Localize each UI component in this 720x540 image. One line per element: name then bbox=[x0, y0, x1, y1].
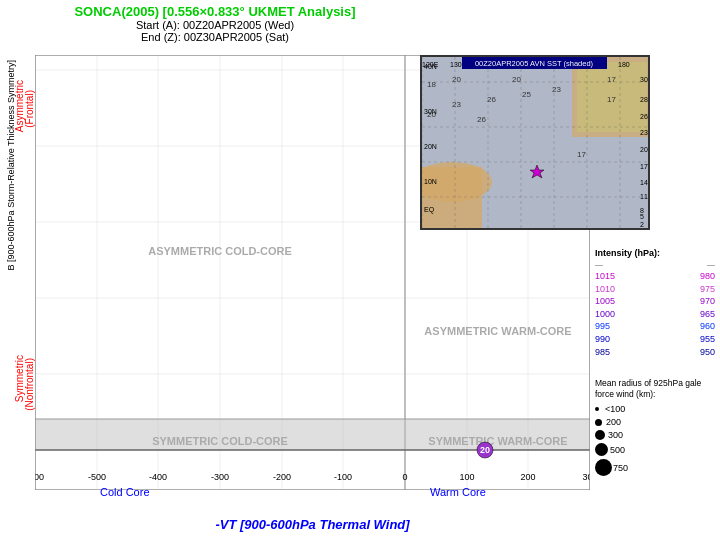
wind-label-500: 500 bbox=[610, 445, 625, 455]
svg-text:SYMMETRIC WARM-CORE: SYMMETRIC WARM-CORE bbox=[428, 435, 567, 447]
frontal-label: (Frontal) bbox=[24, 90, 35, 128]
wind-legend-title: Mean radius of 925hPa gale force wind (k… bbox=[595, 378, 715, 400]
svg-text:100: 100 bbox=[459, 472, 474, 482]
svg-text:23: 23 bbox=[640, 129, 648, 136]
svg-text:25: 25 bbox=[522, 90, 531, 99]
svg-text:200: 200 bbox=[520, 472, 535, 482]
svg-text:20N: 20N bbox=[424, 143, 437, 150]
wind-radius-legend: Mean radius of 925hPa gale force wind (k… bbox=[595, 378, 715, 476]
svg-text:17: 17 bbox=[577, 150, 586, 159]
svg-text:10N: 10N bbox=[424, 178, 437, 185]
main-title: SONCA(2005) [0.556×0.833° UKMET Analysis… bbox=[0, 4, 430, 19]
legend-row-7: 985950 bbox=[595, 346, 715, 359]
svg-text:120E: 120E bbox=[422, 61, 439, 68]
wind-row-200: 200 bbox=[595, 417, 715, 427]
legend-row-3: 1005970 bbox=[595, 295, 715, 308]
map-inset: 20 23 26 26 25 23 20 20 18 17 17 17 bbox=[420, 55, 650, 230]
svg-text:ASYMMETRIC WARM-CORE: ASYMMETRIC WARM-CORE bbox=[424, 325, 571, 337]
svg-text:-300: -300 bbox=[211, 472, 229, 482]
svg-text:-600: -600 bbox=[35, 472, 44, 482]
intensity-legend-title: Intensity (hPa): bbox=[595, 248, 715, 258]
svg-text:2: 2 bbox=[640, 221, 644, 228]
svg-text:26: 26 bbox=[640, 113, 648, 120]
svg-text:0: 0 bbox=[402, 472, 407, 482]
wind-row-500: 500 bbox=[595, 443, 715, 456]
wind-label-200: 200 bbox=[606, 417, 621, 427]
wind-row-lt100: <100 bbox=[595, 404, 715, 414]
svg-text:-500: -500 bbox=[88, 472, 106, 482]
svg-text:00Z20APR2005 AVN SST (shaded): 00Z20APR2005 AVN SST (shaded) bbox=[475, 59, 594, 68]
wind-dot-750 bbox=[595, 459, 612, 476]
wind-label-lt100: <100 bbox=[605, 404, 625, 414]
wind-row-750: 750 bbox=[595, 459, 715, 476]
legend-row-2: 1010975 bbox=[595, 283, 715, 296]
legend-row-1: 1015980 bbox=[595, 270, 715, 283]
wind-dot-300 bbox=[595, 430, 605, 440]
svg-text:30: 30 bbox=[640, 76, 648, 83]
x-axis-main-label: -VT [900-600hPa Thermal Wind] bbox=[35, 517, 590, 532]
svg-text:23: 23 bbox=[552, 85, 561, 94]
cold-core-label: Cold Core bbox=[100, 486, 150, 498]
svg-text:23: 23 bbox=[452, 100, 461, 109]
svg-text:EQ: EQ bbox=[424, 206, 435, 214]
subtitle-end: End (Z): 00Z30APR2005 (Sat) bbox=[0, 31, 430, 43]
main-container: SONCA(2005) [0.556×0.833° UKMET Analysis… bbox=[0, 0, 720, 540]
svg-text:20: 20 bbox=[452, 75, 461, 84]
wind-row-300: 300 bbox=[595, 430, 715, 440]
svg-text:180: 180 bbox=[618, 61, 630, 68]
wind-label-750: 750 bbox=[613, 463, 628, 473]
warm-core-label: Warm Core bbox=[430, 486, 486, 498]
wind-label-300: 300 bbox=[608, 430, 623, 440]
svg-text:5: 5 bbox=[640, 213, 644, 220]
svg-text:-200: -200 bbox=[273, 472, 291, 482]
svg-text:14: 14 bbox=[640, 179, 648, 186]
wind-dot-lt100 bbox=[595, 407, 599, 411]
title-area: SONCA(2005) [0.556×0.833° UKMET Analysis… bbox=[0, 4, 430, 43]
svg-text:17: 17 bbox=[607, 75, 616, 84]
wind-dot-500 bbox=[595, 443, 608, 456]
svg-text:20: 20 bbox=[480, 445, 490, 455]
svg-text:300: 300 bbox=[582, 472, 590, 482]
intensity-legend: Intensity (hPa): — — 1015980 1010975 100… bbox=[595, 248, 715, 358]
legend-row-5: 995960 bbox=[595, 320, 715, 333]
svg-text:30N: 30N bbox=[424, 108, 437, 115]
svg-text:-100: -100 bbox=[334, 472, 352, 482]
svg-text:28: 28 bbox=[640, 96, 648, 103]
svg-text:ASYMMETRIC COLD-CORE: ASYMMETRIC COLD-CORE bbox=[148, 245, 292, 257]
svg-text:18: 18 bbox=[427, 80, 436, 89]
legend-row-4: 1000965 bbox=[595, 308, 715, 321]
svg-text:-400: -400 bbox=[149, 472, 167, 482]
svg-text:20: 20 bbox=[640, 146, 648, 153]
svg-text:SYMMETRIC COLD-CORE: SYMMETRIC COLD-CORE bbox=[152, 435, 288, 447]
subtitle-start: Start (A): 00Z20APR2005 (Wed) bbox=[0, 19, 430, 31]
legend-row-6: 990955 bbox=[595, 333, 715, 346]
nonfrontal-label: (Nonfrontal) bbox=[24, 358, 35, 411]
svg-text:20: 20 bbox=[512, 75, 521, 84]
svg-text:26: 26 bbox=[487, 95, 496, 104]
svg-text:11: 11 bbox=[640, 193, 648, 200]
svg-text:17: 17 bbox=[607, 95, 616, 104]
svg-text:17: 17 bbox=[640, 163, 648, 170]
intensity-legend-header: — — bbox=[595, 260, 715, 269]
wind-dot-200 bbox=[595, 419, 602, 426]
svg-text:26: 26 bbox=[477, 115, 486, 124]
